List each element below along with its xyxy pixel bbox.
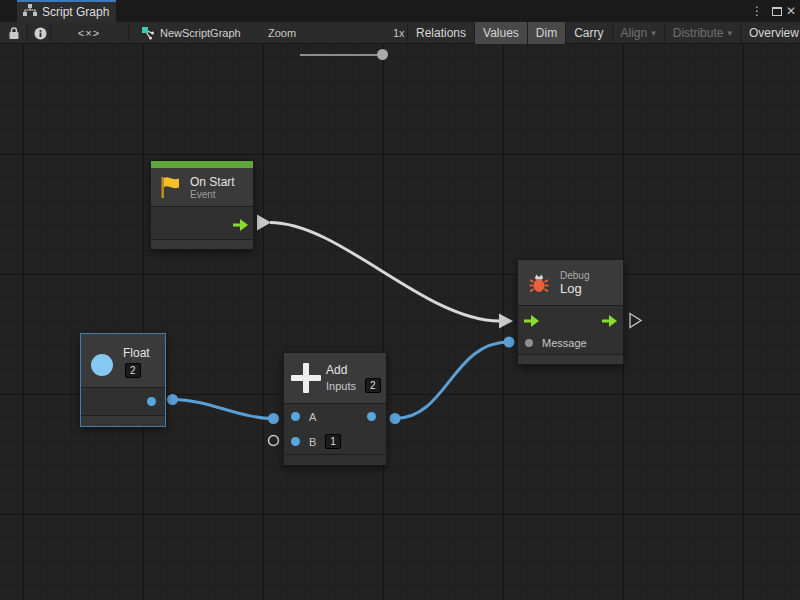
node-header: Float 2: [81, 334, 165, 387]
graph-toolbar: <×> NewScriptGraph Zoom 1x Relations Val…: [0, 22, 800, 44]
dim-button[interactable]: Dim: [527, 22, 565, 44]
node-on-start[interactable]: On Start Event: [150, 160, 254, 250]
node-header: Debug Log: [518, 260, 623, 305]
window-close-icon[interactable]: ✕: [784, 0, 798, 22]
distribute-dropdown[interactable]: Distribute▾: [664, 22, 740, 44]
carry-button[interactable]: Carry: [565, 22, 611, 44]
node-title: Add: [326, 363, 347, 377]
node-title: On Start: [190, 175, 235, 189]
trigger-input-port[interactable]: [524, 313, 539, 331]
b-value-field[interactable]: 1: [325, 434, 341, 449]
result-output-port[interactable]: [367, 412, 376, 421]
graph-name[interactable]: NewScriptGraph: [141, 22, 241, 44]
chevron-down-icon: ▾: [727, 23, 732, 44]
node-footer: [518, 355, 623, 364]
zoom-label: Zoom: [268, 22, 296, 44]
relations-button[interactable]: Relations: [407, 22, 474, 44]
graph-tree-icon: [23, 3, 37, 21]
message-row: Message: [518, 332, 623, 354]
values-button[interactable]: Values: [474, 22, 527, 44]
node-float[interactable]: Float 2: [80, 333, 166, 427]
script-graph-window: Script Graph ⋮ ✕ <×>: [0, 0, 800, 600]
node-kind: Debug: [560, 270, 589, 281]
window-menu-icon[interactable]: ⋮: [750, 0, 764, 22]
bug-icon: [528, 272, 550, 294]
port-row-a: A: [284, 404, 386, 429]
flag-icon: [159, 175, 182, 199]
node-ports: [81, 388, 165, 415]
port-label: B: [309, 436, 316, 448]
trigger-output-port[interactable]: [233, 217, 248, 235]
node-footer: [151, 240, 253, 249]
trigger-row: [518, 306, 623, 332]
node-add[interactable]: Add Inputs 2 A B 1: [283, 352, 387, 466]
chevron-down-icon: ▾: [651, 23, 656, 44]
node-debug-log[interactable]: Debug Log Message: [517, 259, 624, 365]
trigger-output-port[interactable]: [602, 313, 617, 331]
toolbar-separator: [27, 24, 28, 42]
graph-name-label: NewScriptGraph: [160, 27, 241, 39]
code-view-icon[interactable]: <×>: [50, 22, 128, 44]
zoom-value: 1x: [393, 22, 405, 44]
inputs-label: Inputs: [326, 380, 356, 392]
info-icon[interactable]: [32, 22, 48, 44]
graph-asset-icon: [141, 26, 155, 40]
align-dropdown[interactable]: Align▾: [612, 22, 664, 44]
overview-button[interactable]: Overview: [740, 22, 800, 44]
tab-bar: Script Graph ⋮ ✕: [0, 0, 800, 22]
node-footer: [81, 416, 165, 426]
window-maximize-icon[interactable]: [772, 0, 782, 22]
float-type-icon: [91, 354, 113, 376]
input-b-port[interactable]: [291, 437, 300, 446]
node-subtitle: Event: [190, 189, 235, 200]
node-ports: [151, 207, 253, 239]
maximize-box-icon: [772, 7, 782, 16]
toolbar-separator: [128, 24, 129, 42]
graph-canvas[interactable]: [0, 44, 800, 600]
port-row-b: B 1: [284, 429, 386, 454]
tab-script-graph[interactable]: Script Graph: [17, 0, 116, 22]
message-input-port[interactable]: [525, 339, 533, 347]
value-output-port[interactable]: [147, 397, 156, 406]
port-label: Message: [542, 337, 587, 349]
toolbar-buttons: Relations Values Dim Carry Align▾ Distri…: [407, 22, 800, 44]
node-header: On Start Event: [151, 168, 253, 206]
input-a-port[interactable]: [291, 412, 300, 421]
port-label: A: [309, 411, 316, 423]
tab-label: Script Graph: [42, 5, 109, 19]
inputs-count-field[interactable]: 2: [365, 378, 381, 393]
event-accent-bar: [151, 161, 253, 168]
float-value-field[interactable]: 2: [125, 363, 141, 378]
node-title: Log: [560, 281, 589, 296]
zoom-slider-knob[interactable]: [377, 49, 388, 60]
lock-icon[interactable]: [6, 22, 22, 44]
zoom-slider-track[interactable]: [300, 54, 384, 56]
node-title: Float: [123, 346, 150, 360]
plus-icon: [290, 361, 322, 395]
node-header: Add Inputs 2: [284, 353, 386, 403]
